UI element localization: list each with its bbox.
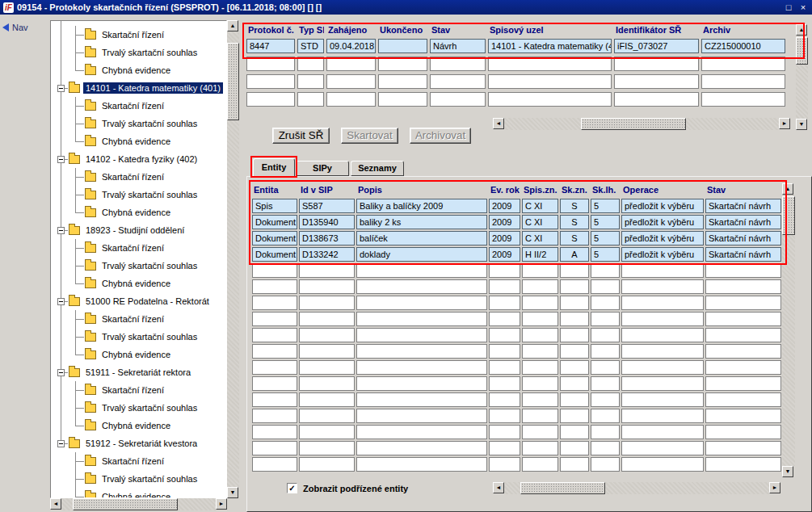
tree-item[interactable]: Skartační řízení — [51, 168, 226, 186]
table-cell[interactable] — [591, 263, 620, 278]
tree-item[interactable]: Chybná evidence — [51, 275, 226, 292]
table-cell[interactable] — [621, 441, 704, 455]
table-cell[interactable] — [705, 263, 781, 278]
table-cell[interactable] — [522, 392, 558, 407]
table-cell[interactable] — [560, 425, 589, 439]
table-cell[interactable]: S — [560, 199, 589, 213]
table-cell[interactable] — [246, 57, 295, 71]
tree-item[interactable]: Skartační řízení — [51, 381, 226, 399]
table-row-empty[interactable] — [252, 296, 781, 310]
table-cell[interactable]: doklady — [356, 247, 487, 262]
table-cell[interactable] — [560, 296, 589, 310]
table-cell[interactable]: C XI — [522, 199, 558, 213]
tree-item[interactable]: Skartační řízení — [51, 239, 226, 257]
tree-item[interactable]: 18923 - Studijní oddělení — [51, 221, 226, 239]
scrollbar-thumb[interactable] — [796, 37, 808, 65]
table-cell[interactable] — [299, 312, 355, 326]
table-cell[interactable] — [701, 74, 785, 89]
table-cell[interactable]: Skartační návrh — [705, 231, 781, 246]
scroll-down-icon[interactable]: ▼ — [782, 466, 793, 477]
show-subordinate-entities-checkbox[interactable]: ✓ — [287, 483, 297, 493]
table-cell[interactable]: D138673 — [299, 231, 355, 246]
table-cell[interactable] — [489, 344, 520, 359]
table-cell[interactable] — [299, 376, 355, 391]
scroll-up-icon[interactable]: ▲ — [782, 183, 793, 195]
tree-expander-icon[interactable] — [57, 85, 65, 92]
table-cell[interactable] — [591, 328, 620, 342]
table-cell[interactable] — [560, 312, 589, 326]
table-cell[interactable]: H II/2 — [522, 247, 558, 262]
table-cell[interactable] — [299, 279, 355, 294]
table-cell[interactable]: CZ215000010 — [701, 39, 785, 53]
table-cell[interactable] — [252, 279, 297, 294]
table-cell[interactable] — [591, 441, 620, 455]
table-cell[interactable] — [522, 296, 558, 310]
scrollbar-thumb[interactable] — [520, 482, 605, 494]
tree-horizontal-scrollbar[interactable]: ◄ ► — [50, 498, 227, 510]
tree-item[interactable]: Skartační řízení — [51, 310, 226, 328]
table-cell[interactable] — [299, 392, 355, 407]
table-cell[interactable] — [356, 328, 487, 342]
close-window-icon[interactable]: × — [797, 2, 809, 13]
scroll-left-icon[interactable]: ◄ — [50, 498, 61, 510]
table-cell[interactable]: 2009 — [489, 247, 520, 262]
tab-sipy[interactable]: SIPy — [296, 161, 349, 176]
table-cell[interactable] — [356, 263, 487, 278]
table-cell[interactable]: Návrh — [430, 39, 486, 53]
table-cell[interactable] — [522, 441, 558, 455]
table-cell[interactable] — [326, 74, 376, 89]
scroll-down-icon[interactable]: ▼ — [796, 119, 807, 130]
tree-expander-icon[interactable] — [57, 227, 65, 234]
scrollbar-track[interactable] — [61, 498, 216, 510]
scrollbar-track[interactable] — [796, 36, 808, 119]
scroll-right-icon[interactable]: ► — [769, 482, 780, 493]
table-cell[interactable] — [430, 57, 486, 71]
table-cell[interactable]: Skartační návrh — [705, 199, 781, 213]
table-cell[interactable]: 2009 — [489, 231, 520, 246]
table-cell[interactable] — [560, 392, 589, 407]
table-cell[interactable]: Spis — [252, 199, 297, 213]
table-cell[interactable]: STD — [297, 39, 324, 53]
table-cell[interactable]: předložit k výběru — [621, 231, 704, 246]
table-cell[interactable] — [252, 360, 297, 375]
table-cell[interactable] — [252, 441, 297, 455]
table-cell[interactable] — [560, 441, 589, 455]
table-cell[interactable]: S — [560, 215, 589, 229]
table-cell[interactable] — [378, 39, 427, 53]
shred-button[interactable]: Skartovat — [341, 128, 398, 144]
table-cell[interactable] — [378, 92, 427, 107]
table-cell[interactable]: předložit k výběru — [621, 247, 704, 262]
table-cell[interactable] — [591, 409, 620, 423]
table-cell[interactable]: 2009 — [489, 215, 520, 229]
table-row-empty[interactable] — [252, 328, 781, 342]
tree-expander-icon[interactable] — [57, 298, 65, 305]
table-cell[interactable] — [252, 344, 297, 359]
table-cell[interactable] — [560, 409, 589, 423]
table-row-empty[interactable] — [252, 457, 781, 472]
table-cell[interactable] — [621, 263, 704, 278]
tree-item[interactable]: Chybná evidence — [51, 417, 226, 434]
table-row[interactable]: DokumentD135940baliky 2 ks2009C XIS5před… — [252, 215, 781, 229]
table-cell[interactable]: 09.04.2018 — [326, 39, 376, 53]
table-cell[interactable] — [591, 457, 620, 472]
table-cell[interactable] — [522, 328, 558, 342]
table-cell[interactable] — [614, 74, 699, 89]
table-cell[interactable]: předložit k výběru — [621, 199, 704, 213]
table-cell[interactable] — [297, 57, 324, 71]
table-cell[interactable]: Dokument — [252, 215, 297, 229]
table-cell[interactable] — [705, 409, 781, 423]
table-row-empty[interactable] — [246, 57, 785, 71]
table-cell[interactable] — [522, 263, 558, 278]
tree-item[interactable]: Skartační řízení — [51, 97, 226, 115]
table-cell[interactable] — [252, 376, 297, 391]
tree-item[interactable]: Trvalý skartační souhlas — [51, 328, 226, 346]
tree-item[interactable]: Trvalý skartační souhlas — [51, 186, 226, 204]
table-row-empty[interactable] — [252, 392, 781, 407]
table-row[interactable]: SpisS587Baliky a balíčky 20092009C XIS5p… — [252, 199, 781, 213]
table-cell[interactable]: Skartační návrh — [705, 215, 781, 229]
table-cell[interactable] — [299, 457, 355, 472]
table-cell[interactable]: 14101 - Katedra matematiky (4 — [488, 39, 612, 53]
table-cell[interactable] — [299, 409, 355, 423]
tree-item[interactable]: 51000 RE Podatelna - Rektorát — [51, 292, 226, 310]
table-cell[interactable] — [356, 279, 487, 294]
